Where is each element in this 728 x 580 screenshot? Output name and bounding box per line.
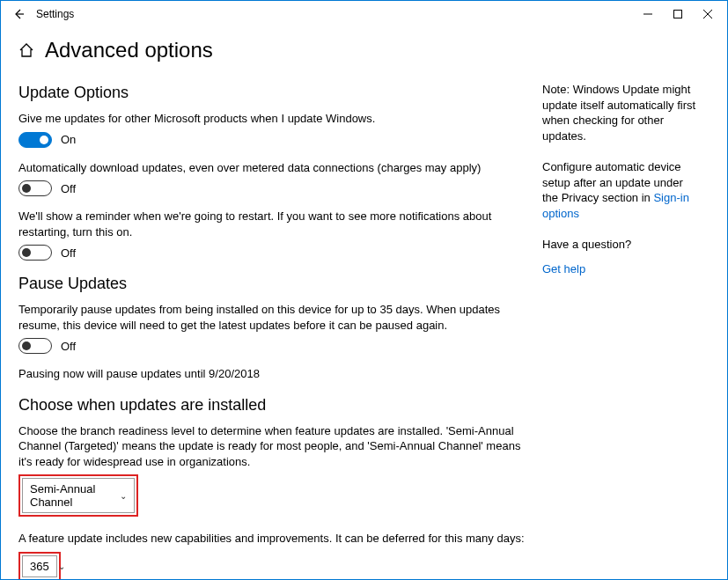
toggle-restart-reminder[interactable] xyxy=(18,245,52,261)
back-button[interactable] xyxy=(8,8,29,20)
combo-branch-value: Semi-Annual Channel xyxy=(30,482,111,509)
titlebar: Settings xyxy=(1,1,727,27)
opt3-state: Off xyxy=(61,246,76,260)
page-header: Advanced options xyxy=(1,27,727,70)
choose-desc: Choose the branch readiness level to det… xyxy=(18,423,525,470)
side-column: Note: Windows Update might update itself… xyxy=(542,70,701,580)
opt1-state: On xyxy=(61,133,76,146)
side-question-block: Have a question? Get help xyxy=(542,237,701,276)
opt1-desc: Give me updates for other Microsoft prod… xyxy=(18,111,525,127)
combo-branch-readiness[interactable]: Semi-Annual Channel ⌄ xyxy=(22,478,135,513)
svg-rect-1 xyxy=(674,11,682,18)
chevron-down-icon: ⌄ xyxy=(58,562,65,571)
heading-choose-when: Choose when updates are installed xyxy=(18,396,525,415)
page-title: Advanced options xyxy=(45,38,213,62)
minimize-icon xyxy=(643,10,652,18)
feature-desc: A feature update includes new capabiliti… xyxy=(18,531,525,547)
arrow-left-icon xyxy=(12,8,25,20)
window-controls xyxy=(641,7,715,21)
opt2-toggle-row: Off xyxy=(18,180,525,196)
maximize-icon xyxy=(673,10,682,18)
heading-update-options: Update Options xyxy=(18,84,525,102)
opt2-desc: Automatically download updates, even ove… xyxy=(18,160,525,176)
home-icon[interactable] xyxy=(18,42,34,58)
branch-highlight: Semi-Annual Channel ⌄ xyxy=(18,474,138,517)
pause-desc: Temporarily pause updates from being ins… xyxy=(18,302,525,333)
pause-state: Off xyxy=(61,340,76,353)
side-question: Have a question? xyxy=(542,237,701,253)
feature-highlight: 365 ⌄ xyxy=(18,552,61,580)
combo-feature-defer-days[interactable]: 365 ⌄ xyxy=(22,555,57,577)
chevron-down-icon: ⌄ xyxy=(120,491,127,501)
pause-toggle-row: Off xyxy=(18,338,525,354)
combo-feature-value: 365 xyxy=(30,560,49,573)
pause-note: Pausing now will pause updates until 9/2… xyxy=(18,366,525,382)
get-help-link[interactable]: Get help xyxy=(542,262,585,275)
toggle-pause-updates[interactable] xyxy=(18,338,52,354)
opt3-toggle-row: Off xyxy=(18,245,525,261)
side-note-1: Note: Windows Update might update itself… xyxy=(542,82,701,143)
close-icon xyxy=(703,10,712,18)
opt1-toggle-row: On xyxy=(18,132,525,148)
toggle-metered-download[interactable] xyxy=(18,180,52,196)
main-column: Update Options Give me updates for other… xyxy=(18,70,542,580)
content: Update Options Give me updates for other… xyxy=(1,70,727,580)
opt3-desc: We'll show a reminder when we're going t… xyxy=(18,209,525,239)
close-button[interactable] xyxy=(701,7,715,21)
toggle-other-microsoft-products[interactable] xyxy=(18,132,52,148)
maximize-button[interactable] xyxy=(671,7,685,21)
opt2-state: Off xyxy=(61,182,76,195)
window-title: Settings xyxy=(36,8,641,20)
minimize-button[interactable] xyxy=(641,7,655,21)
heading-pause-updates: Pause Updates xyxy=(18,275,525,293)
side-note-2: Configure automatic device setup after a… xyxy=(542,159,701,221)
